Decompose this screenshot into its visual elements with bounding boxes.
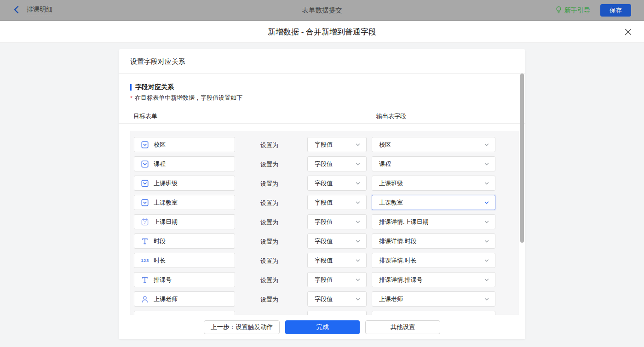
output-field-dropdown[interactable]: 排课详情.排课号 (372, 272, 495, 287)
beginner-guide-label: 新手引导 (564, 6, 590, 15)
text-field-icon (141, 238, 149, 245)
select-field-icon (141, 180, 149, 187)
select-field-icon (141, 141, 149, 148)
close-button[interactable] (624, 28, 632, 36)
output-field-dropdown[interactable]: 排课详情.时段 (372, 233, 495, 249)
operator-dropdown[interactable]: 字段值 (307, 195, 367, 210)
target-field-label: 课程 (154, 160, 166, 168)
output-field-dropdown[interactable]: 上课老师 (372, 291, 495, 307)
card-title: 设置字段对应关系 (119, 49, 525, 74)
back-button[interactable] (13, 6, 20, 16)
target-field-label: 校区 (154, 141, 166, 149)
target-field-box[interactable] (134, 311, 235, 315)
operator-dropdown[interactable] (307, 311, 367, 315)
operator-dropdown[interactable]: 字段值 (307, 233, 367, 249)
done-button[interactable]: 完成 (285, 320, 360, 334)
dialog-header: 新增数据 - 合并新增到普通字段 (0, 21, 644, 43)
dialog-title: 新增数据 - 合并新增到普通字段 (0, 21, 644, 43)
page-name[interactable]: 排课明细 (27, 6, 52, 15)
other-settings-button[interactable]: 其他设置 (365, 320, 440, 334)
mapping-row: 上课老师 设置为 字段值 上课老师 (130, 291, 519, 307)
mapping-scroll-area: 字段对应关系 * 在目标表单中新增数据，字段值设置如下 目标表单 输出表字段 (119, 74, 525, 315)
set-as-label: 设置为 (260, 238, 278, 246)
mapping-row: 课程 设置为 字段值 课程 (130, 156, 519, 171)
chevron-down-icon (484, 296, 489, 302)
save-button[interactable]: 保存 (600, 4, 631, 17)
output-field-dropdown[interactable]: 排课详情.时长 (372, 253, 495, 268)
dialog-body: 设置字段对应关系 字段对应关系 * 在目标表单中新增数据，字段值设置如下 目标表… (0, 43, 644, 347)
member-field-icon (141, 296, 149, 303)
mapping-row: 123 时长 设置为 字段值 排课详情.时长 (130, 253, 519, 268)
card-footer: 上一步：设置触发动作 完成 其他设置 (119, 315, 525, 339)
output-field-dropdown[interactable]: 校区 (372, 137, 495, 152)
operator-dropdown[interactable]: 字段值 (307, 176, 367, 191)
app-title: 表单数据提交 (0, 0, 644, 21)
target-field-box[interactable]: 上课教室 (134, 195, 235, 210)
chevron-down-icon (484, 219, 489, 225)
chevron-down-icon (355, 239, 361, 244)
target-field-box[interactable]: 上课老师 (134, 291, 235, 307)
previous-step-button[interactable]: 上一步：设置触发动作 (204, 320, 280, 334)
output-field-dropdown[interactable]: 课程 (372, 156, 495, 171)
top-bar: 排课明细 表单数据提交 新手引导 保存 (0, 0, 644, 21)
select-field-icon (141, 199, 149, 206)
set-as-label: 设置为 (260, 180, 278, 188)
section-title: 字段对应关系 (135, 83, 174, 91)
output-field-dropdown[interactable]: 上课班级 (372, 176, 495, 191)
text-field-icon (141, 276, 149, 284)
target-field-box[interactable]: 7 上课日期 (134, 214, 235, 229)
target-field-label: 上课日期 (154, 218, 178, 226)
target-field-box[interactable]: 上课班级 (134, 176, 235, 191)
target-field-label: 时段 (154, 237, 166, 245)
chevron-down-icon (484, 142, 489, 148)
close-icon (625, 28, 632, 35)
operator-dropdown[interactable]: 字段值 (307, 214, 367, 229)
date-field-icon: 7 (141, 218, 149, 226)
target-field-box[interactable]: 123 时长 (134, 253, 235, 268)
required-asterisk: * (130, 95, 132, 102)
operator-dropdown[interactable]: 字段值 (307, 291, 367, 307)
select-field-icon (141, 160, 149, 168)
chevron-down-icon (355, 142, 361, 148)
chevron-down-icon (484, 258, 489, 263)
mapping-rows-panel: 校区 设置为 字段值 校区 课程 (130, 131, 519, 315)
target-field-label: 上课教室 (154, 199, 178, 207)
chevron-down-icon (355, 296, 361, 302)
operator-dropdown[interactable]: 字段值 (307, 137, 367, 152)
target-field-box[interactable]: 校区 (134, 137, 235, 152)
chevron-down-icon (355, 161, 361, 167)
mapping-row: 上课班级 设置为 字段值 上课班级 (130, 176, 519, 191)
output-field-dropdown[interactable]: 排课详情.上课日期 (372, 214, 495, 229)
target-field-label: 上课班级 (154, 179, 178, 188)
scrollbar-thumb[interactable] (520, 74, 524, 243)
target-field-label: 排课号 (154, 276, 172, 284)
beginner-guide-button[interactable]: 新手引导 (555, 6, 590, 15)
section-accent-bar (130, 84, 132, 91)
chevron-down-icon (355, 277, 361, 283)
mapping-row: 上课教室 设置为 字段值 上课教室 (130, 195, 519, 210)
mapping-row: 排课号 设置为 字段值 排课详情.排课号 (130, 272, 519, 287)
set-as-label: 设置为 (260, 257, 278, 265)
output-field-dropdown[interactable] (372, 311, 495, 315)
operator-dropdown[interactable]: 字段值 (307, 156, 367, 171)
operator-dropdown[interactable]: 字段值 (307, 272, 367, 287)
target-field-box[interactable]: 课程 (134, 156, 235, 171)
target-field-box[interactable]: 排课号 (134, 272, 235, 287)
field-mapping-card: 设置字段对应关系 字段对应关系 * 在目标表单中新增数据，字段值设置如下 目标表… (119, 49, 525, 339)
column-header-target-form: 目标表单 (133, 112, 157, 120)
set-as-label: 设置为 (260, 160, 278, 169)
target-field-box[interactable]: 时段 (134, 233, 235, 249)
chevron-down-icon (355, 200, 361, 205)
lightbulb-icon (555, 6, 562, 15)
chevron-down-icon (355, 258, 361, 263)
set-as-label: 设置为 (260, 199, 278, 207)
chevron-down-icon (355, 181, 361, 186)
svg-text:7: 7 (144, 221, 146, 225)
number-field-icon: 123 (141, 258, 149, 263)
operator-dropdown[interactable]: 字段值 (307, 253, 367, 268)
target-field-label: 时长 (154, 256, 166, 265)
mapping-row: 7 上课日期 设置为 字段值 排课详情.上课日期 (130, 214, 519, 229)
chevron-down-icon (484, 277, 489, 283)
output-field-dropdown-focused[interactable]: 上课教室 (372, 195, 495, 210)
mapping-row: 校区 设置为 字段值 校区 (130, 137, 519, 152)
